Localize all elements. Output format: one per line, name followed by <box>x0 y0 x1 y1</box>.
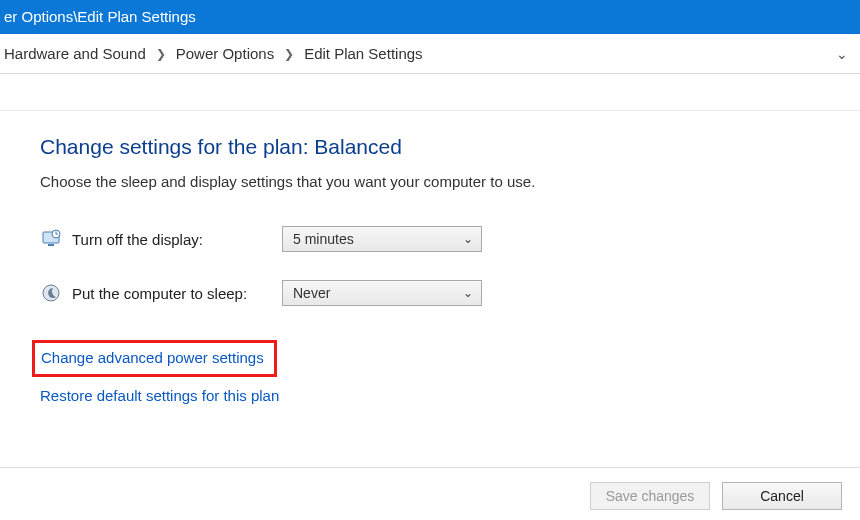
change-advanced-link[interactable]: Change advanced power settings <box>41 349 264 366</box>
save-button: Save changes <box>590 482 710 510</box>
dropdown-chevron-icon[interactable]: ⌄ <box>836 46 848 62</box>
chevron-right-icon: ❯ <box>284 47 294 61</box>
page-subtext: Choose the sleep and display settings th… <box>40 173 820 190</box>
footer-bar: Save changes Cancel <box>0 467 860 510</box>
moon-icon <box>40 282 62 304</box>
sleep-label: Put the computer to sleep: <box>72 285 282 302</box>
chevron-down-icon: ⌄ <box>463 232 473 246</box>
cancel-button[interactable]: Cancel <box>722 482 842 510</box>
links-block: Change advanced power settings Restore d… <box>40 334 820 404</box>
main-content: Change settings for the plan: Balanced C… <box>0 111 860 404</box>
monitor-icon <box>40 228 62 250</box>
breadcrumb-item[interactable]: Power Options <box>176 45 274 62</box>
breadcrumb-item[interactable]: Hardware and Sound <box>4 45 146 62</box>
display-label: Turn off the display: <box>72 231 282 248</box>
page-title: Change settings for the plan: Balanced <box>40 135 820 159</box>
address-bar[interactable]: Hardware and Sound ❯ Power Options ❯ Edi… <box>0 34 860 74</box>
breadcrumb-item[interactable]: Edit Plan Settings <box>304 45 422 62</box>
svg-rect-1 <box>48 244 54 246</box>
window-titlebar: er Options\Edit Plan Settings <box>0 0 860 34</box>
display-timeout-value: 5 minutes <box>293 231 354 247</box>
display-timeout-select[interactable]: 5 minutes ⌄ <box>282 226 482 252</box>
chevron-down-icon: ⌄ <box>463 286 473 300</box>
setting-row-display: Turn off the display: 5 minutes ⌄ <box>40 226 820 252</box>
sleep-timeout-value: Never <box>293 285 330 301</box>
window-title-text: er Options\Edit Plan Settings <box>4 8 196 25</box>
setting-row-sleep: Put the computer to sleep: Never ⌄ <box>40 280 820 306</box>
breadcrumb: Hardware and Sound ❯ Power Options ❯ Edi… <box>4 45 423 62</box>
chevron-right-icon: ❯ <box>156 47 166 61</box>
highlight-box: Change advanced power settings <box>32 340 277 377</box>
sleep-timeout-select[interactable]: Never ⌄ <box>282 280 482 306</box>
restore-defaults-link[interactable]: Restore default settings for this plan <box>40 387 279 404</box>
